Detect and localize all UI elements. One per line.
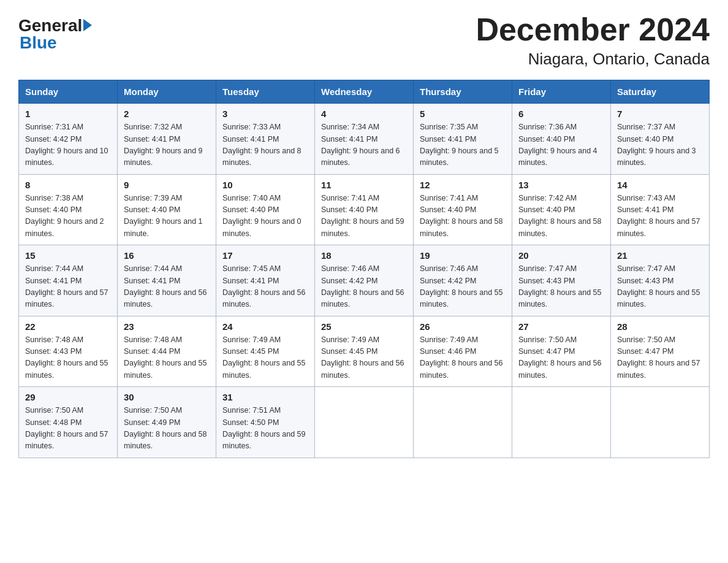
empty-day-cell [512,387,611,458]
calendar-table: SundayMondayTuesdayWednesdayThursdayFrid… [18,80,710,458]
day-cell-31: 31Sunrise: 7:51 AMSunset: 4:50 PMDayligh… [216,387,315,458]
day-cell-15: 15Sunrise: 7:44 AMSunset: 4:41 PMDayligh… [19,245,118,316]
day-cell-21: 21Sunrise: 7:47 AMSunset: 4:43 PMDayligh… [611,245,710,316]
day-info: Sunrise: 7:46 AMSunset: 4:42 PMDaylight:… [321,263,407,311]
day-info: Sunrise: 7:51 AMSunset: 4:50 PMDaylight:… [222,405,308,453]
weekday-header-tuesday: Tuesday [216,80,315,104]
day-info: Sunrise: 7:31 AMSunset: 4:42 PMDaylight:… [25,121,111,169]
day-number: 5 [420,109,506,119]
empty-day-cell [414,387,512,458]
day-number: 28 [617,321,703,332]
empty-day-cell [315,387,414,458]
day-cell-10: 10Sunrise: 7:40 AMSunset: 4:40 PMDayligh… [216,174,315,245]
weekday-header-row: SundayMondayTuesdayWednesdayThursdayFrid… [19,80,710,104]
day-number: 15 [25,250,111,261]
day-cell-7: 7Sunrise: 7:37 AMSunset: 4:40 PMDaylight… [611,104,710,175]
day-number: 19 [420,250,506,261]
day-number: 6 [518,109,604,119]
day-number: 24 [222,321,308,332]
day-cell-18: 18Sunrise: 7:46 AMSunset: 4:42 PMDayligh… [315,245,414,316]
weekday-header-wednesday: Wednesday [315,80,414,104]
day-info: Sunrise: 7:49 AMSunset: 4:46 PMDaylight:… [420,334,506,382]
day-number: 27 [518,321,604,332]
day-info: Sunrise: 7:48 AMSunset: 4:43 PMDaylight:… [25,334,111,382]
day-number: 29 [25,392,111,402]
day-number: 16 [124,250,210,261]
empty-day-cell [611,387,710,458]
day-cell-24: 24Sunrise: 7:49 AMSunset: 4:45 PMDayligh… [216,316,315,387]
day-number: 23 [124,321,210,332]
day-info: Sunrise: 7:45 AMSunset: 4:41 PMDaylight:… [222,263,308,311]
day-cell-20: 20Sunrise: 7:47 AMSunset: 4:43 PMDayligh… [512,245,611,316]
day-number: 14 [617,180,703,190]
logo: General Blue [18,17,92,53]
day-number: 31 [222,392,308,402]
day-cell-13: 13Sunrise: 7:42 AMSunset: 4:40 PMDayligh… [512,174,611,245]
day-info: Sunrise: 7:39 AMSunset: 4:40 PMDaylight:… [124,193,210,240]
day-cell-22: 22Sunrise: 7:48 AMSunset: 4:43 PMDayligh… [19,316,118,387]
day-cell-30: 30Sunrise: 7:50 AMSunset: 4:49 PMDayligh… [118,387,216,458]
day-number: 25 [321,321,407,332]
day-number: 18 [321,250,407,261]
day-cell-8: 8Sunrise: 7:38 AMSunset: 4:40 PMDaylight… [19,174,118,245]
day-number: 10 [222,180,308,190]
day-cell-12: 12Sunrise: 7:41 AMSunset: 4:40 PMDayligh… [414,174,512,245]
day-number: 12 [420,180,506,190]
day-number: 21 [617,250,703,261]
day-number: 3 [222,109,308,119]
day-info: Sunrise: 7:47 AMSunset: 4:43 PMDaylight:… [518,263,604,311]
weekday-header-monday: Monday [118,80,216,104]
calendar-week-row: 15Sunrise: 7:44 AMSunset: 4:41 PMDayligh… [19,245,710,316]
day-number: 7 [617,109,703,119]
title-block: December 2024 Niagara, Ontario, Canada [476,12,710,69]
day-cell-29: 29Sunrise: 7:50 AMSunset: 4:48 PMDayligh… [19,387,118,458]
day-cell-5: 5Sunrise: 7:35 AMSunset: 4:41 PMDaylight… [414,104,512,175]
day-number: 30 [124,392,210,402]
weekday-header-friday: Friday [512,80,611,104]
day-cell-2: 2Sunrise: 7:32 AMSunset: 4:41 PMDaylight… [118,104,216,175]
day-info: Sunrise: 7:32 AMSunset: 4:41 PMDaylight:… [124,121,210,169]
day-cell-16: 16Sunrise: 7:44 AMSunset: 4:41 PMDayligh… [118,245,216,316]
day-info: Sunrise: 7:36 AMSunset: 4:40 PMDaylight:… [518,121,604,169]
day-number: 17 [222,250,308,261]
day-info: Sunrise: 7:50 AMSunset: 4:47 PMDaylight:… [518,334,604,382]
day-info: Sunrise: 7:46 AMSunset: 4:42 PMDaylight:… [420,263,506,311]
page-header: General Blue December 2024 Niagara, Onta… [18,12,710,69]
day-info: Sunrise: 7:38 AMSunset: 4:40 PMDaylight:… [25,193,111,240]
day-number: 8 [25,180,111,190]
calendar-week-row: 8Sunrise: 7:38 AMSunset: 4:40 PMDaylight… [19,174,710,245]
logo-blue-text: Blue [18,33,57,53]
day-info: Sunrise: 7:44 AMSunset: 4:41 PMDaylight:… [25,263,111,311]
day-info: Sunrise: 7:50 AMSunset: 4:49 PMDaylight:… [124,405,210,453]
day-info: Sunrise: 7:41 AMSunset: 4:40 PMDaylight:… [420,193,506,240]
day-cell-14: 14Sunrise: 7:43 AMSunset: 4:41 PMDayligh… [611,174,710,245]
calendar-week-row: 1Sunrise: 7:31 AMSunset: 4:42 PMDaylight… [19,104,710,175]
day-cell-3: 3Sunrise: 7:33 AMSunset: 4:41 PMDaylight… [216,104,315,175]
day-cell-9: 9Sunrise: 7:39 AMSunset: 4:40 PMDaylight… [118,174,216,245]
day-info: Sunrise: 7:41 AMSunset: 4:40 PMDaylight:… [321,193,407,240]
day-number: 11 [321,180,407,190]
weekday-header-saturday: Saturday [611,80,710,104]
day-number: 1 [25,109,111,119]
day-info: Sunrise: 7:40 AMSunset: 4:40 PMDaylight:… [222,193,308,240]
day-number: 20 [518,250,604,261]
day-cell-11: 11Sunrise: 7:41 AMSunset: 4:40 PMDayligh… [315,174,414,245]
calendar-title: December 2024 [476,12,710,47]
day-info: Sunrise: 7:33 AMSunset: 4:41 PMDaylight:… [222,121,308,169]
weekday-header-thursday: Thursday [414,80,512,104]
day-info: Sunrise: 7:34 AMSunset: 4:41 PMDaylight:… [321,121,407,169]
day-info: Sunrise: 7:47 AMSunset: 4:43 PMDaylight:… [617,263,703,311]
logo-arrow-icon [83,19,92,31]
day-info: Sunrise: 7:44 AMSunset: 4:41 PMDaylight:… [124,263,210,311]
day-number: 2 [124,109,210,119]
day-info: Sunrise: 7:35 AMSunset: 4:41 PMDaylight:… [420,121,506,169]
day-cell-26: 26Sunrise: 7:49 AMSunset: 4:46 PMDayligh… [414,316,512,387]
day-cell-28: 28Sunrise: 7:50 AMSunset: 4:47 PMDayligh… [611,316,710,387]
weekday-header-sunday: Sunday [19,80,118,104]
day-number: 26 [420,321,506,332]
calendar-subtitle: Niagara, Ontario, Canada [476,50,710,69]
day-info: Sunrise: 7:50 AMSunset: 4:48 PMDaylight:… [25,405,111,453]
day-cell-23: 23Sunrise: 7:48 AMSunset: 4:44 PMDayligh… [118,316,216,387]
day-cell-19: 19Sunrise: 7:46 AMSunset: 4:42 PMDayligh… [414,245,512,316]
day-number: 22 [25,321,111,332]
